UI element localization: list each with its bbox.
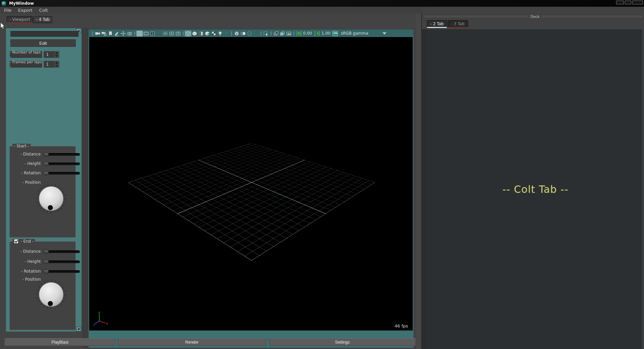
color-management-icon[interactable]: ON [332, 31, 338, 36]
resolution-gate-icon[interactable] [149, 31, 156, 36]
window-title: MyWindow [9, 1, 34, 6]
exposure-icon[interactable] [296, 31, 302, 36]
tab-3-tab[interactable]: - 3 Tab [448, 20, 468, 28]
camera-attributes-icon[interactable] [101, 31, 107, 36]
dock-title-bar[interactable]: Dock [425, 15, 643, 18]
use-default-material-icon[interactable] [210, 31, 217, 36]
panel-splitter[interactable] [82, 28, 89, 348]
film-gate-icon[interactable] [143, 31, 149, 36]
depth-of-field-icon[interactable] [252, 31, 259, 36]
title-bar[interactable]: MyWindow [0, 0, 644, 7]
playblast-button[interactable]: PlayBlast [4, 338, 115, 346]
dock-title: Dock [528, 14, 542, 19]
safe-title-icon[interactable] [175, 31, 181, 36]
end-position-dial[interactable] [35, 278, 67, 311]
slider-handle[interactable] [43, 270, 49, 274]
start-height-slider[interactable] [43, 163, 80, 165]
tab-2-tab[interactable]: - 2 Tab [427, 20, 447, 28]
isolate-select-view-icon[interactable] [279, 31, 285, 36]
start-distance-slider[interactable] [43, 153, 80, 156]
view-transform-label[interactable]: sRGB gamma [341, 31, 368, 36]
axis-x-label: x [106, 322, 108, 325]
ambient-occlusion-icon[interactable] [233, 31, 240, 36]
gamma-value[interactable]: 1.00 [321, 31, 331, 36]
close-button[interactable] [632, 1, 643, 4]
shadows-icon[interactable] [223, 31, 230, 36]
start-position-dial[interactable] [35, 182, 67, 215]
maximize-button[interactable] [625, 1, 631, 4]
slider-handle[interactable] [43, 260, 49, 264]
gamma-icon[interactable] [314, 31, 320, 36]
spin-down-icon[interactable] [55, 55, 58, 57]
grease-pencil-icon[interactable] [113, 31, 120, 36]
chevron-down-icon[interactable] [382, 32, 386, 35]
end-group-label: - End - [21, 239, 34, 244]
grid-icon[interactable] [136, 31, 143, 36]
camera-icon[interactable] [94, 31, 101, 36]
settings-button[interactable]: Settings [269, 338, 416, 346]
end-rotation-row: - Rotation [10, 269, 75, 274]
number-of-laps-label: - Number of laps - [10, 51, 42, 58]
image-plane-icon[interactable] [285, 31, 292, 36]
end-height-row: - Height [10, 259, 75, 265]
slider-handle[interactable] [43, 152, 49, 156]
main-tab-bar: - Viewport - 4 Tab [7, 16, 52, 23]
slider-handle[interactable] [43, 171, 49, 175]
number-of-laps-spinner[interactable]: 1 [44, 51, 59, 58]
field-chart-icon[interactable] [162, 31, 168, 36]
anti-aliasing-icon[interactable] [246, 31, 252, 36]
safe-action-icon[interactable] [168, 31, 175, 36]
name-field[interactable] [10, 31, 78, 37]
tab-4-tab[interactable]: - 4 Tab [33, 16, 52, 23]
start-group-title: - Start - [12, 144, 31, 148]
frames-per-laps-spinner[interactable]: 1 [44, 61, 59, 68]
end-rotation-slider[interactable] [43, 270, 80, 273]
lighting-icon[interactable] [217, 31, 223, 36]
start-rotation-row: - Rotation [10, 171, 75, 176]
pan-zoom-icon[interactable] [120, 31, 126, 36]
exposure-value[interactable]: 0.00 [303, 31, 312, 36]
isolate-select-icon[interactable] [273, 31, 279, 36]
selection-highlight-icon[interactable] [263, 31, 269, 36]
triangle-down-icon [77, 328, 80, 330]
minimize-button[interactable] [616, 1, 624, 4]
wireframe-on-shaded-icon[interactable] [198, 31, 204, 36]
dock-edge-strip [642, 29, 644, 349]
spin-up-icon[interactable] [55, 62, 58, 64]
spinner-arrows[interactable] [54, 61, 59, 67]
scroll-down-button[interactable] [76, 327, 81, 331]
snapshot-icon[interactable] [126, 31, 133, 36]
wireframe-icon[interactable] [185, 31, 191, 36]
menu-file[interactable]: File [1, 7, 15, 13]
fps-counter: 46 fps [395, 323, 408, 328]
toolbar-separator [270, 31, 271, 36]
spin-down-icon[interactable] [55, 65, 58, 67]
end-distance-slider[interactable] [43, 250, 80, 253]
dock-splitter[interactable] [416, 13, 422, 349]
edit-button[interactable]: Edit [10, 39, 76, 47]
start-rotation-slider[interactable] [43, 172, 80, 175]
render-button[interactable]: Render [117, 338, 266, 346]
bookmark-icon[interactable] [107, 31, 113, 36]
gate-mask-icon[interactable] [156, 31, 162, 36]
rotation-label: - Rotation [12, 171, 41, 175]
menu-colt[interactable]: Colt [36, 7, 51, 13]
smooth-shade-icon[interactable] [191, 31, 198, 36]
slider-handle[interactable] [43, 250, 49, 254]
spinner-arrows[interactable] [54, 51, 59, 58]
height-label: - Height [12, 259, 41, 264]
end-height-slider[interactable] [43, 260, 80, 263]
viewport-canvas[interactable]: y x z 46 fps [89, 37, 413, 330]
end-checkbox[interactable] [14, 239, 19, 244]
textured-icon[interactable] [204, 31, 210, 36]
colt-tab-text: -- Colt Tab -- [502, 183, 568, 195]
motion-blur-icon[interactable] [240, 31, 246, 36]
tab-viewport[interactable]: - Viewport [7, 16, 33, 23]
frames-per-laps-value: 1 [46, 62, 49, 67]
frames-per-laps-row: - Frames per laps - 1 [10, 61, 59, 68]
dock-margin [422, 29, 427, 349]
spin-up-icon[interactable] [55, 52, 58, 54]
menu-export[interactable]: Export [15, 7, 36, 13]
slider-handle[interactable] [43, 162, 49, 166]
camera-tool-panel: Edit - Number of laps - 1 - Frames per l… [6, 28, 82, 332]
